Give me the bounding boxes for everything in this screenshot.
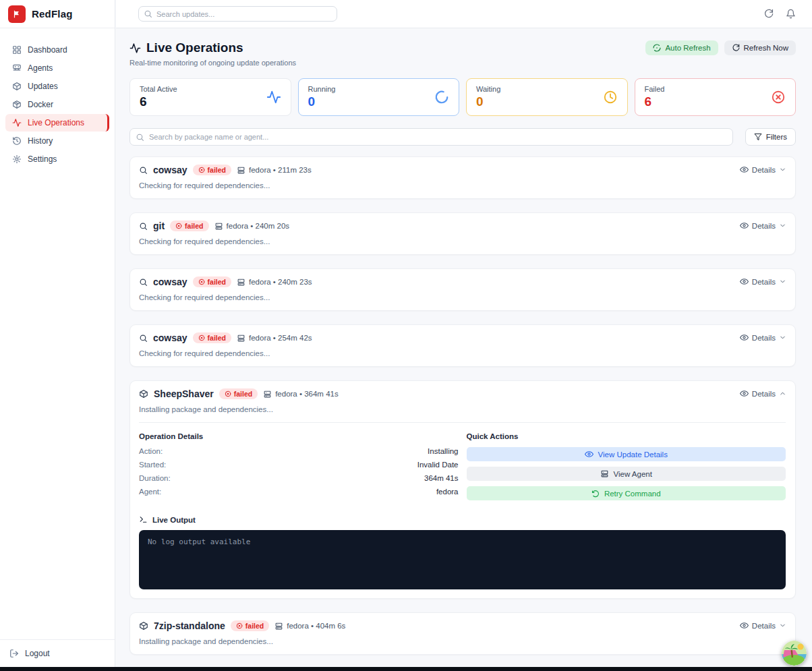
chevron-up-icon [779, 390, 786, 397]
retry-command-button[interactable]: Retry Command [467, 486, 786, 500]
island-widget[interactable] [782, 641, 807, 666]
activity-icon [129, 42, 141, 54]
expanded-panel: Operation Details Action:Installing Star… [139, 422, 786, 589]
operation-message: Checking for required dependencies... [139, 181, 786, 189]
detail-row-started: Started:Invalid Date [139, 461, 459, 469]
filters-button[interactable]: Filters [745, 128, 796, 146]
stat-card-total-active: Total Active 6 [129, 78, 291, 116]
chevron-down-icon [779, 334, 786, 341]
operation-message: Installing package and dependencies... [139, 405, 786, 413]
search-icon [136, 133, 144, 142]
top-header [116, 0, 812, 28]
chevron-down-icon [779, 166, 786, 173]
auto-refresh-button[interactable]: Auto Refresh [645, 40, 718, 55]
eye-icon [740, 221, 749, 230]
package-name: cowsay [153, 276, 187, 287]
view-update-details-button[interactable]: View Update Details [467, 447, 786, 461]
refresh-icon [732, 44, 740, 52]
sidebar-item-dashboard[interactable]: Dashboard [5, 41, 109, 59]
docker-box-icon [12, 100, 22, 109]
stat-value: 0 [476, 94, 500, 109]
x-circle-icon [175, 223, 182, 229]
island-icon [782, 641, 807, 666]
clock-icon [603, 90, 618, 105]
app-logo: RedFlag [0, 0, 115, 28]
sidebar-item-label: Settings [28, 154, 57, 164]
quick-actions-section: Quick Actions View Update Details View A… [467, 432, 786, 506]
package-name: git [153, 221, 165, 231]
status-badge: failed [193, 165, 231, 175]
x-circle-icon [236, 622, 243, 629]
package-icon [139, 621, 148, 631]
bottom-bar [0, 667, 812, 671]
operation-details-title: Operation Details [139, 432, 459, 440]
stat-value: 6 [140, 94, 177, 109]
agent-icon [600, 469, 609, 478]
stat-card-waiting: Waiting 0 [466, 78, 628, 116]
operation-meta: fedora • 254m 42s [237, 334, 312, 343]
operations-list: cowsay failed fedora • 211m 23s Checking… [129, 156, 796, 655]
agents-icon [12, 63, 22, 73]
refresh-icon[interactable] [763, 9, 774, 19]
detail-row-agent: Agent:fedora [139, 488, 459, 496]
view-agent-button[interactable]: View Agent [467, 467, 786, 481]
operations-search-input[interactable] [129, 128, 733, 146]
redflag-logo-icon [8, 5, 26, 23]
operation-message: Checking for required dependencies... [139, 237, 786, 245]
search-icon [139, 222, 148, 231]
agent-icon [237, 166, 245, 175]
details-button[interactable]: Details [740, 277, 786, 286]
search-icon [144, 9, 152, 18]
details-button[interactable]: Details [740, 389, 786, 398]
operation-meta: fedora • 240m 23s [237, 278, 312, 287]
logout-label: Logout [25, 649, 50, 658]
sidebar-item-settings[interactable]: Settings [5, 150, 109, 168]
stat-label: Running [308, 85, 336, 93]
global-search-input[interactable] [138, 6, 337, 22]
refresh-now-button[interactable]: Refresh Now [724, 40, 796, 55]
history-icon [12, 136, 22, 146]
operation-details-section: Operation Details Action:Installing Star… [139, 432, 459, 506]
sidebar-item-history[interactable]: History [5, 132, 109, 150]
detail-row-duration: Duration:364m 41s [139, 474, 459, 482]
operation-meta: fedora • 364m 41s [263, 390, 339, 399]
operation-card: git failed fedora • 240m 20s Checking fo… [129, 212, 796, 255]
status-badge: failed [170, 221, 208, 231]
stat-value: 0 [308, 94, 336, 109]
status-badge: failed [219, 388, 258, 399]
sidebar-item-label: Docker [28, 100, 53, 109]
funnel-icon [754, 133, 762, 141]
sidebar-item-label: Live Operations [28, 118, 84, 127]
stat-label: Total Active [140, 85, 177, 93]
logout-button[interactable]: Logout [0, 639, 115, 667]
app-title: RedFlag [32, 8, 73, 20]
package-name: SheepShaver [154, 388, 214, 399]
stat-card-failed: Failed 6 [635, 78, 796, 116]
details-button[interactable]: Details [740, 621, 786, 630]
x-circle-icon [225, 390, 231, 397]
chevron-down-icon [779, 222, 786, 229]
details-button[interactable]: Details [740, 165, 786, 174]
bell-icon[interactable] [786, 9, 796, 19]
package-name: cowsay [153, 332, 187, 343]
sidebar-item-docker[interactable]: Docker [5, 96, 109, 113]
operation-message: Checking for required dependencies... [139, 349, 786, 357]
global-search [138, 6, 337, 22]
package-icon [139, 389, 148, 399]
details-button[interactable]: Details [740, 333, 786, 342]
sidebar-item-label: Agents [28, 63, 53, 73]
stat-value: 6 [645, 94, 665, 109]
agent-icon [237, 334, 245, 343]
details-button[interactable]: Details [740, 221, 786, 230]
terminal-icon [139, 515, 148, 524]
page-title: Live Operations [146, 40, 243, 55]
sidebar-item-agents[interactable]: Agents [5, 59, 109, 77]
operation-card: cowsay failed fedora • 211m 23s Checking… [129, 156, 796, 199]
sidebar-item-updates[interactable]: Updates [5, 78, 109, 95]
sidebar-item-live-operations[interactable]: Live Operations [5, 114, 109, 132]
auto-refresh-icon [653, 44, 661, 52]
activity-icon [12, 118, 22, 127]
main-content: Live Operations Real-time monitoring of … [116, 28, 812, 671]
operation-card-expanded: SheepShaver failed fedora • 364m 41s Ins… [129, 380, 796, 599]
operation-message: Checking for required dependencies... [139, 293, 786, 301]
